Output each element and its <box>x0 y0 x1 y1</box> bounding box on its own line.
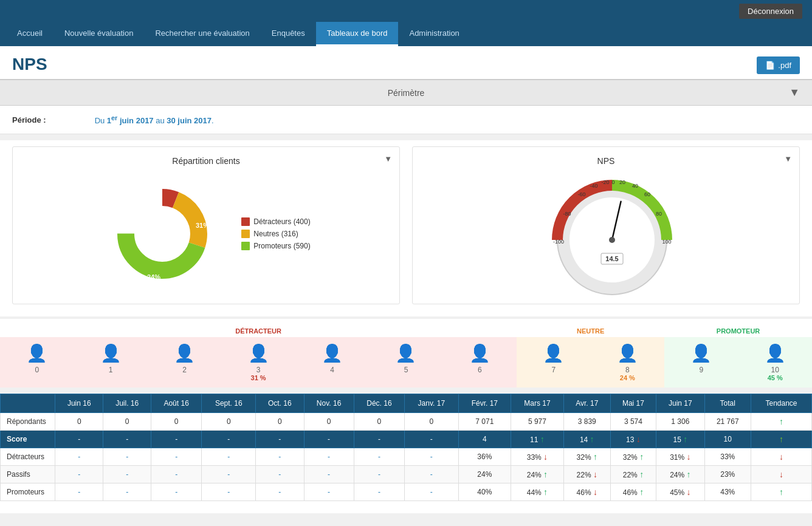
perimetre-bar: Périmètre ▼ <box>0 80 812 106</box>
nav-nouvelle-evaluation[interactable]: Nouvelle évaluation <box>53 22 144 46</box>
cell: 32% ↑ <box>563 448 610 466</box>
nav-rechercher[interactable]: Rechercher une évaluation <box>144 22 260 46</box>
chevron-down-icon[interactable]: ▼ <box>789 86 800 99</box>
cell: - <box>103 431 151 448</box>
col-header-juil16: Juil. 16 <box>103 394 151 413</box>
table-row-passifs: Passifs - - - - - - - - 24% 24% ↑ 22% ↓ … <box>1 466 812 483</box>
rating-number-4: 4 <box>330 366 334 374</box>
table-row-repondants: Répondants 0 0 0 0 0 0 0 0 7 071 5 977 3… <box>1 413 812 431</box>
person-icon-5: 👤 <box>395 343 416 363</box>
rating-item-1: 👤 1 <box>74 337 147 388</box>
cell: - <box>55 448 103 466</box>
cell-tendance-promoteurs: ↑ <box>751 483 811 501</box>
cell: - <box>151 448 202 466</box>
col-header-total: Total <box>704 394 751 413</box>
rating-item-8: 👤 8 24 % <box>591 337 664 388</box>
cell: 21 767 <box>704 413 751 431</box>
cell: 36% <box>458 448 511 466</box>
rating-item-2: 👤 2 <box>148 337 221 388</box>
nps-dropdown-icon[interactable]: ▼ <box>784 154 792 163</box>
person-icon-1: 👤 <box>100 343 122 363</box>
cell: 22% ↑ <box>610 466 656 483</box>
cell: 0 <box>103 413 151 431</box>
cell-tendance-passifs: ↓ <box>751 466 811 483</box>
rating-number-10: 10 <box>771 366 779 374</box>
col-header-janv17: Janv. 17 <box>405 394 458 413</box>
cell-tendance-score: ↑ <box>751 431 811 448</box>
pdf-button[interactable]: 📄 .pdf <box>757 56 800 74</box>
cell: - <box>405 448 458 466</box>
person-icon-10: 👤 <box>765 343 786 363</box>
nav-enquetes[interactable]: Enquêtes <box>261 22 316 46</box>
col-header-nov16: Nov. 16 <box>304 394 354 413</box>
col-header-label <box>1 394 55 413</box>
nav-tableaux-de-bord[interactable]: Tableaux de bord <box>316 22 399 46</box>
gauge-area: -100 -80 -60 -40 -20 0 20 40 60 80 100 <box>422 173 790 295</box>
table-section: Juin 16 Juil. 16 Août 16 Sept. 16 Oct. 1… <box>0 394 812 513</box>
cell: 14 ↑ <box>563 431 610 448</box>
cell: 5 977 <box>511 413 564 431</box>
person-icon-6: 👤 <box>469 343 490 363</box>
person-icon-4: 👤 <box>322 343 343 363</box>
cell: 31% ↓ <box>656 448 704 466</box>
col-header-aout16: Août 16 <box>151 394 202 413</box>
cell: 0 <box>202 413 256 431</box>
rating-item-6: 👤 6 <box>443 337 517 388</box>
cell: - <box>202 483 256 501</box>
cell: 0 <box>354 413 405 431</box>
col-header-mai17: Mai 17 <box>610 394 656 413</box>
rating-number-0: 0 <box>35 366 39 374</box>
svg-text:0: 0 <box>611 179 614 185</box>
cell: 4 <box>458 431 511 448</box>
legend-color-detracteurs <box>241 217 250 226</box>
rating-pct-8: 24 % <box>620 374 635 381</box>
svg-text:80: 80 <box>656 211 662 217</box>
rating-item-4: 👤 4 <box>295 337 369 388</box>
row-label-repondants: Répondants <box>1 413 55 431</box>
cell: 0 <box>304 413 354 431</box>
cell: 24% ↑ <box>656 466 704 483</box>
cell: 33% <box>704 448 751 466</box>
nps-chart-card: NPS ▼ -1 <box>412 146 800 304</box>
rating-number-9: 9 <box>699 366 703 374</box>
rating-number-2: 2 <box>182 366 187 374</box>
deconnexion-button[interactable]: Déconnexion <box>739 4 802 19</box>
cell: 46% ↓ <box>563 483 610 501</box>
ratings-section: DÉTRACTEUR 👤 0 👤 1 👤 2 👤 3 31 % <box>0 319 812 388</box>
rating-item-7: 👤 7 <box>517 337 590 388</box>
cell: - <box>55 466 103 483</box>
legend-color-promoteurs <box>241 242 250 250</box>
cell: - <box>151 466 202 483</box>
col-header-juin17: Juin 17 <box>656 394 704 413</box>
cell: - <box>55 431 103 448</box>
col-header-avr17: Avr. 17 <box>563 394 610 413</box>
periode-value: Du 1er juin 2017 au 30 juin 2017. <box>95 114 214 125</box>
cell: - <box>202 431 256 448</box>
cell: 3 574 <box>610 413 656 431</box>
nav-administration[interactable]: Administration <box>398 22 470 46</box>
cell: - <box>256 483 304 501</box>
legend-promoteurs: Promoteurs (590) <box>241 242 310 250</box>
svg-point-21 <box>609 237 615 243</box>
rating-pct-3: 31 % <box>251 374 266 381</box>
svg-text:14.5: 14.5 <box>605 255 618 262</box>
col-header-fevr17: Févr. 17 <box>458 394 511 413</box>
col-header-sept16: Sept. 16 <box>202 394 256 413</box>
cell: 10 <box>704 431 751 448</box>
rating-number-8: 8 <box>625 366 630 374</box>
row-label-promoteurs: Promoteurs <box>1 483 55 501</box>
row-label-score: Score <box>1 431 55 448</box>
detracteur-label: DÉTRACTEUR <box>0 325 517 337</box>
repartition-dropdown-icon[interactable]: ▼ <box>384 154 392 163</box>
perimetre-label: Périmètre <box>275 88 537 98</box>
cell: - <box>354 448 405 466</box>
svg-text:-20: -20 <box>601 179 609 185</box>
col-header-tendance: Tendance <box>751 394 811 413</box>
svg-text:-100: -100 <box>553 239 564 245</box>
cell: - <box>304 431 354 448</box>
cell: 0 <box>256 413 304 431</box>
nav-accueil[interactable]: Accueil <box>6 22 53 46</box>
cell: 0 <box>55 413 103 431</box>
svg-text:24%: 24% <box>147 273 160 281</box>
row-label-passifs: Passifs <box>1 466 55 483</box>
